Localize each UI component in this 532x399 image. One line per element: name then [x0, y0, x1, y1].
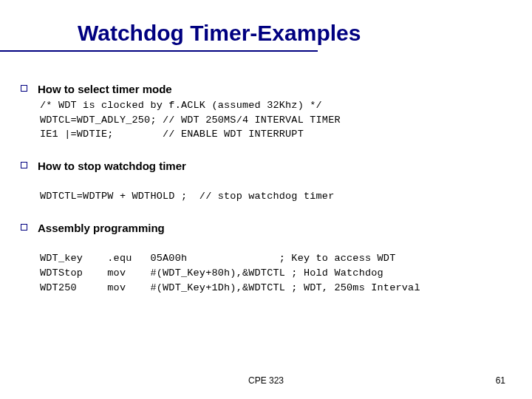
code-block: WDT_key .equ 05A00h ; Key to access WDT … — [40, 237, 511, 295]
slide-title: Watchdog Timer-Examples — [78, 21, 361, 46]
bullet-icon — [21, 85, 27, 92]
section-assembly-programming: Assembly programming WDT_key .equ 05A00h… — [21, 222, 511, 295]
section-select-timer-mode: How to select timer mode /* WDT is clock… — [21, 83, 511, 142]
heading-row: How to select timer mode — [21, 83, 511, 95]
code-block: /* WDT is clocked by f.ACLK (assumed 32K… — [40, 98, 511, 142]
bullet-icon — [21, 224, 27, 231]
bullet-icon — [21, 162, 27, 168]
heading-row: Assembly programming — [21, 222, 511, 234]
section-stop-watchdog: How to stop watchdog timer WDTCTL=WDTPW … — [21, 160, 511, 204]
heading-text: How to stop watchdog timer — [38, 160, 186, 172]
slide: Watchdog Timer-Examples How to select ti… — [0, 0, 532, 399]
content-area: How to select timer mode /* WDT is clock… — [21, 83, 511, 313]
heading-text: Assembly programming — [38, 222, 165, 234]
code-block: WDTCTL=WDTPW + WDTHOLD ; // stop watchdo… — [40, 175, 511, 204]
footer-page-number: 61 — [496, 375, 505, 386]
title-underline — [0, 50, 318, 52]
heading-row: How to stop watchdog timer — [21, 160, 511, 172]
heading-text: How to select timer mode — [38, 83, 172, 95]
footer-center: CPE 323 — [0, 375, 532, 386]
